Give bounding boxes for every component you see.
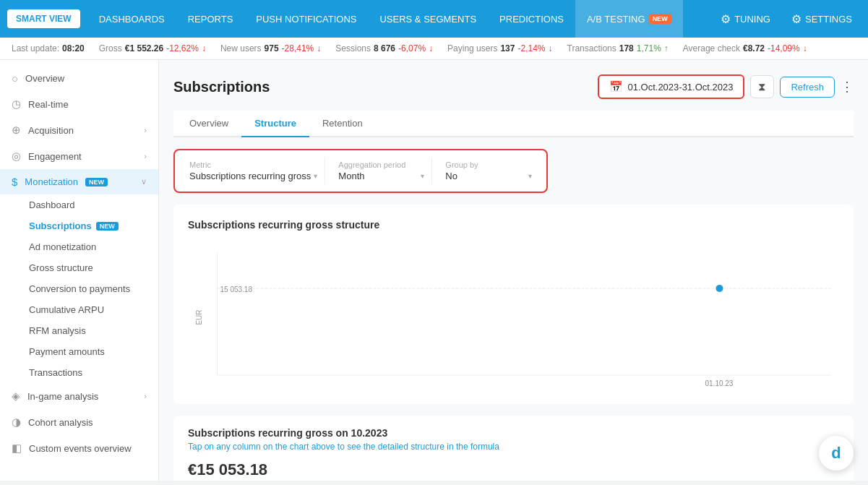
page-title: Subscriptions	[173, 79, 270, 95]
svg-text:01.10.23: 01.10.23	[705, 379, 734, 387]
nav-push-notifications[interactable]: PUSH NOTIFICATIONS	[244, 0, 368, 38]
sidebar-sub-payment-amounts[interactable]: Payment amounts	[29, 341, 158, 362]
metric-filter[interactable]: Metric Subscriptions recurring gross ▾	[182, 158, 325, 184]
sessions-arrow: ↓	[429, 43, 433, 53]
page-actions: 📅 01.Oct.2023-31.Oct.2023 ⧗ Refresh ⋮	[598, 74, 854, 99]
stats-bar: Last update: 08:20 Gross €1 552.26 -12,6…	[0, 38, 868, 60]
svg-point-5	[716, 285, 723, 292]
chart-title: Subscriptions recurring gross structure	[188, 219, 839, 231]
sidebar-sub-dashboard[interactable]: Dashboard	[29, 194, 158, 215]
top-navigation: SMART VIEW DASHBOARDS REPORTS PUSH NOTIF…	[0, 0, 868, 38]
info-section: Subscriptions recurring gross on 10.2023…	[173, 416, 854, 481]
monetization-icon: $	[12, 176, 17, 188]
paying-users-arrow: ↓	[549, 43, 553, 53]
sidebar-sub-conversion[interactable]: Conversion to payments	[29, 278, 158, 299]
page-header: Subscriptions 📅 01.Oct.2023-31.Oct.2023 …	[173, 74, 854, 99]
new-users-arrow: ↓	[317, 43, 321, 53]
gross-arrow: ↓	[202, 43, 206, 53]
tab-overview[interactable]: Overview	[176, 111, 241, 137]
stat-transactions: Transactions 178 1,71% ↑	[567, 43, 669, 53]
chart-container: EUR 15 053.18 01.10.23	[188, 245, 839, 390]
nav-reports[interactable]: REPORTS	[176, 0, 245, 38]
in-game-icon: ◈	[12, 390, 20, 403]
avg-check-arrow: ↓	[803, 43, 807, 53]
nav-right-actions: ⚙ TUNING ⚙ SETTINGS	[712, 8, 861, 30]
main-content: Subscriptions 📅 01.Oct.2023-31.Oct.2023 …	[159, 60, 868, 481]
sidebar: ○ Overview ◷ Real-time ⊕ Acquisition › ◎…	[0, 60, 159, 481]
svg-text:15 053.18: 15 053.18	[220, 286, 253, 293]
sidebar-sub-cumulative-arpu[interactable]: Cumulative ARPU	[29, 299, 158, 320]
app-layout: ○ Overview ◷ Real-time ⊕ Acquisition › ◎…	[0, 60, 868, 481]
overview-icon: ○	[12, 72, 18, 85]
cohort-icon: ◑	[12, 416, 21, 429]
nav-predictions[interactable]: PREDICTIONS	[488, 0, 575, 38]
sidebar-sub-subscriptions[interactable]: Subscriptions NEW	[29, 215, 158, 236]
sidebar-item-acquisition[interactable]: ⊕ Acquisition ›	[0, 117, 158, 143]
aggregation-chevron: ▾	[421, 172, 424, 180]
info-title: Subscriptions recurring gross on 10.2023	[188, 427, 839, 439]
date-range-button[interactable]: 📅 01.Oct.2023-31.Oct.2023	[598, 74, 744, 99]
tabs-row: Overview Structure Retention	[173, 111, 854, 137]
group-by-chevron: ▾	[528, 172, 532, 180]
sidebar-item-monetization[interactable]: $ Monetization NEW ∨	[0, 169, 158, 194]
stat-new-users: New users 975 -28,41% ↓	[220, 43, 321, 53]
tab-retention[interactable]: Retention	[309, 111, 376, 137]
acquisition-chevron: ›	[144, 126, 147, 134]
nav-ab-testing[interactable]: A/B TESTING NEW	[575, 0, 683, 38]
sidebar-item-cohort[interactable]: ◑ Cohort analysis	[0, 409, 158, 435]
nav-tuning[interactable]: ⚙ TUNING	[712, 8, 779, 30]
stat-gross: Gross €1 552.26 -12,62% ↓	[99, 43, 206, 53]
engagement-chevron: ›	[144, 152, 147, 160]
custom-events-icon: ◧	[12, 442, 22, 455]
sidebar-sub-rfm[interactable]: RFM analysis	[29, 320, 158, 341]
filter-row: Metric Subscriptions recurring gross ▾ A…	[173, 149, 548, 193]
group-by-filter[interactable]: Group by No ▾	[438, 158, 539, 184]
info-subtitle[interactable]: Tap on any column on the chart above to …	[188, 442, 839, 452]
filter-button[interactable]: ⧗	[750, 75, 774, 98]
settings-icon: ⚙	[791, 12, 802, 26]
chart-svg: EUR 15 053.18 01.10.23	[188, 245, 839, 390]
more-options-button[interactable]: ⋮	[841, 79, 854, 95]
chart-section: Subscriptions recurring gross structure …	[173, 205, 854, 404]
nav-settings[interactable]: ⚙ SETTINGS	[783, 8, 861, 30]
subscriptions-badge: NEW	[96, 222, 119, 231]
filter-icon: ⧗	[758, 80, 766, 93]
tuning-icon: ⚙	[721, 12, 731, 26]
refresh-button[interactable]: Refresh	[780, 77, 835, 98]
stat-sessions: Sessions 8 676 -6,07% ↓	[335, 43, 433, 53]
floating-logo[interactable]: d	[819, 436, 854, 471]
sidebar-sub-ad-monetization[interactable]: Ad monetization	[29, 236, 158, 257]
calendar-icon: 📅	[609, 80, 623, 93]
ab-testing-badge: NEW	[649, 14, 671, 24]
metric-chevron: ▾	[314, 172, 317, 180]
smart-view-logo[interactable]: SMART VIEW	[7, 9, 80, 28]
tab-structure[interactable]: Structure	[241, 111, 309, 137]
sidebar-sub-gross-structure[interactable]: Gross structure	[29, 257, 158, 278]
nav-items: DASHBOARDS REPORTS PUSH NOTIFICATIONS US…	[87, 0, 712, 38]
monetization-badge: NEW	[85, 178, 108, 186]
stat-paying-users: Paying users 137 -2,14% ↓	[447, 43, 552, 53]
sidebar-item-engagement[interactable]: ◎ Engagement ›	[0, 143, 158, 169]
info-amount: €15 053.18	[188, 460, 839, 479]
engagement-icon: ◎	[12, 150, 21, 163]
monetization-chevron: ∨	[141, 177, 147, 186]
sidebar-sub-transactions[interactable]: Transactions	[29, 362, 158, 383]
sidebar-item-realtime[interactable]: ◷ Real-time	[0, 91, 158, 117]
sidebar-item-custom-events[interactable]: ◧ Custom events overview	[0, 435, 158, 461]
aggregation-filter[interactable]: Aggregation period Month ▾	[331, 158, 432, 184]
sidebar-item-in-game[interactable]: ◈ In-game analysis ›	[0, 383, 158, 409]
acquisition-icon: ⊕	[12, 124, 21, 137]
sidebar-item-overview[interactable]: ○ Overview	[0, 66, 158, 91]
last-update: Last update: 08:20	[12, 43, 85, 53]
nav-dashboards[interactable]: DASHBOARDS	[87, 0, 176, 38]
stat-avg-check: Average check €8.72 -14,09% ↓	[683, 43, 807, 53]
in-game-chevron: ›	[144, 392, 147, 400]
realtime-icon: ◷	[12, 98, 21, 111]
transactions-arrow: ↑	[664, 43, 669, 53]
monetization-submenu: Dashboard Subscriptions NEW Ad monetizat…	[0, 194, 158, 383]
svg-text:EUR: EUR	[195, 309, 203, 325]
nav-users-segments[interactable]: USERS & SEGMENTS	[368, 0, 488, 38]
